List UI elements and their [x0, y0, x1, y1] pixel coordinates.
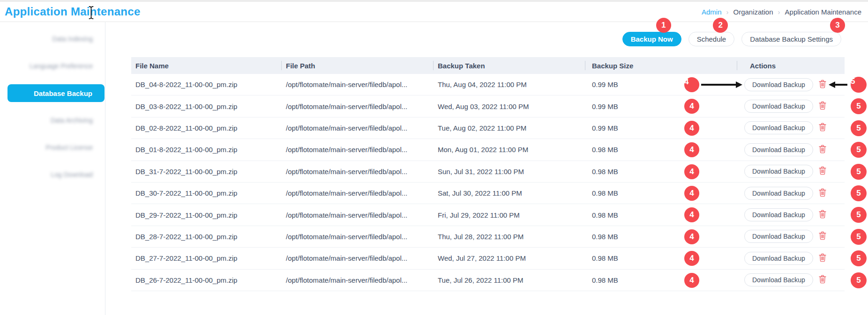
toolbar-button[interactable]: Backup Now	[622, 32, 681, 46]
backup-size-cell: 0.99 MB	[585, 124, 737, 132]
backup-now-button: 1 Backup Now	[622, 32, 681, 46]
breadcrumb-organization[interactable]: › Organization	[721, 8, 773, 16]
sidebar-item-product-license[interactable]: Product License	[0, 139, 105, 156]
download-backup-button[interactable]: Download Backup	[744, 273, 813, 286]
file-path-cell: /opt/flotomate/main-server/filedb/apol..…	[281, 233, 433, 241]
table-row: DB_04-8-2022_11-00-00_pm.zip /opt/flotom…	[131, 74, 845, 95]
download-backup-button[interactable]: Download Backup	[744, 165, 813, 178]
trash-icon	[819, 101, 826, 111]
file-name-cell: DB_03-8-2022_11-00-00_pm.zip	[131, 103, 281, 110]
trash-icon-button[interactable]	[819, 145, 826, 155]
actions-cell: Download Backup	[737, 121, 845, 134]
annotation-badge-delete: 5	[851, 120, 867, 136]
file-name-cell: DB_01-8-2022_11-00-00_pm.zip	[131, 146, 281, 154]
actions-cell: Download Backup	[737, 165, 845, 178]
sidebar: Data Indexing Language Preference Databa…	[0, 22, 105, 315]
download-backup-button[interactable]: Download Backup	[744, 143, 813, 156]
table-row: DB_26-7-2022_11-00-00_pm.zip /opt/flotom…	[131, 270, 845, 291]
file-path-cell: /opt/flotomate/main-server/filedb/apol..…	[281, 254, 433, 262]
download-backup-button[interactable]: Download Backup	[744, 121, 813, 134]
text-cursor-icon	[88, 6, 94, 22]
trash-icon-button[interactable]	[819, 166, 826, 176]
sidebar-item-data-archiving[interactable]: Data Archiving	[0, 111, 105, 129]
toolbar-button[interactable]: Schedule	[688, 32, 735, 46]
backup-size-cell: 0.98 MB	[585, 211, 737, 219]
download-backup-button[interactable]: Download Backup	[744, 187, 813, 200]
table-row: DB_29-7-2022_11-00-00_pm.zip /opt/flotom…	[131, 204, 845, 226]
file-path-cell: /opt/flotomate/main-server/filedb/apol..…	[281, 168, 433, 176]
file-name-cell: DB_04-8-2022_11-00-00_pm.zip	[131, 81, 281, 88]
download-backup-button[interactable]: Download Backup	[744, 252, 813, 265]
annotation-badge-download: 4	[684, 229, 699, 244]
trash-icon	[819, 231, 826, 242]
trash-icon-button[interactable]	[819, 253, 826, 264]
download-backup-button[interactable]: Download Backup	[744, 78, 813, 91]
sidebar-item-data-indexing[interactable]: Data Indexing	[0, 30, 105, 48]
annotation-badge-download: 4	[684, 251, 699, 266]
backup-size-cell: 0.98 MB	[585, 168, 737, 176]
actions-cell: Download Backup	[737, 100, 845, 113]
trash-icon-button[interactable]	[819, 275, 826, 285]
backup-taken-cell: Thu, Jul 28, 2022 11:00 PM	[433, 233, 585, 241]
column-header: File Path	[281, 57, 433, 74]
table-row: DB_02-8-2022_11-00-00_pm.zip /opt/flotom…	[131, 117, 845, 139]
file-name-cell: DB_29-7-2022_11-00-00_pm.zip	[131, 211, 281, 219]
table-row: DB_27-7-2022_11-00-00_pm.zip /opt/flotom…	[131, 248, 845, 269]
sidebar-item-label: Data Archiving	[51, 117, 93, 124]
file-path-cell: /opt/flotomate/main-server/filedb/apol..…	[281, 189, 433, 197]
toolbar: 1 Backup Now 2 Schedule 3 Database Backu…	[105, 32, 868, 46]
main-content: 1 Backup Now 2 Schedule 3 Database Backu…	[105, 22, 868, 315]
trash-icon-button[interactable]	[819, 231, 826, 242]
trash-icon-button[interactable]	[819, 80, 826, 90]
annotation-badge-delete: 5	[851, 229, 867, 245]
sidebar-item-database-backup[interactable]: Database Backup	[7, 84, 105, 102]
breadcrumb-link[interactable]: Admin	[702, 8, 722, 16]
trash-icon-button[interactable]	[819, 123, 826, 133]
trash-icon-button[interactable]	[819, 188, 826, 198]
trash-icon	[819, 188, 826, 198]
trash-icon	[819, 166, 826, 176]
annotation-badge-delete: 5	[851, 207, 867, 223]
table-header-row: File Name File Path Backup Taken Backup …	[131, 57, 845, 74]
backup-size-cell: 0.98 MB	[585, 189, 737, 197]
file-name-cell: DB_02-8-2022_11-00-00_pm.zip	[131, 124, 281, 132]
breadcrumb-admin[interactable]: › Admin	[702, 8, 722, 16]
actions-cell: Download Backup	[737, 230, 845, 243]
actions-cell: Download Backup	[737, 208, 845, 221]
annotation-badge-download: 4	[684, 99, 699, 114]
arrow-left-annotation	[829, 81, 847, 90]
download-backup-button[interactable]: Download Backup	[744, 230, 813, 243]
download-backup-button[interactable]: Download Backup	[744, 208, 813, 221]
trash-icon-button[interactable]	[819, 101, 826, 111]
annotation-badge-download: 4	[684, 273, 699, 288]
sidebar-item-label: Database Backup	[34, 89, 92, 97]
sidebar-item-label: Product License	[46, 144, 93, 151]
sidebar-item-label: Language Preference	[30, 62, 93, 70]
sidebar-item-log-download[interactable]: Log Download	[0, 166, 105, 183]
annotation-badge-delete: 5	[851, 77, 867, 93]
annotation-badge-delete: 5	[851, 250, 867, 266]
breadcrumb-link[interactable]: Organization	[733, 8, 773, 16]
sidebar-item-language-preference[interactable]: Language Preference	[0, 57, 105, 75]
breadcrumb-application-maintenance[interactable]: › Application Maintenance	[773, 8, 861, 16]
column-header-label: Actions	[750, 62, 776, 70]
annotation-badge-download: 4	[684, 186, 699, 201]
download-backup-button[interactable]: Download Backup	[744, 100, 813, 113]
annotation-badge-delete: 5	[851, 142, 867, 158]
annotation-number-badge: 2	[713, 18, 728, 33]
trash-icon-button[interactable]	[819, 210, 826, 220]
toolbar-button[interactable]: Database Backup Settings	[741, 32, 841, 46]
backup-taken-cell: Thu, Aug 04, 2022 11:00 PM	[433, 81, 585, 88]
top-bar: Application Maintenance › Admin › Organi…	[0, 2, 868, 22]
breadcrumb-link[interactable]: Application Maintenance	[785, 8, 861, 16]
backup-taken-cell: Wed, Aug 03, 2022 11:00 PM	[433, 103, 585, 110]
column-header-label: Backup Taken	[438, 62, 485, 70]
table-row: DB_01-8-2022_11-00-00_pm.zip /opt/flotom…	[131, 139, 845, 161]
backup-taken-cell: Tue, Aug 02, 2022 11:00 PM	[433, 124, 585, 132]
file-path-cell: /opt/flotomate/main-server/filedb/apol..…	[281, 103, 433, 110]
actions-cell: Download Backup	[737, 252, 845, 265]
trash-icon	[819, 123, 826, 133]
file-name-cell: DB_27-7-2022_11-00-00_pm.zip	[131, 254, 281, 262]
annotation-badge-download: 4	[684, 77, 699, 92]
column-header-label: File Name	[135, 62, 169, 70]
